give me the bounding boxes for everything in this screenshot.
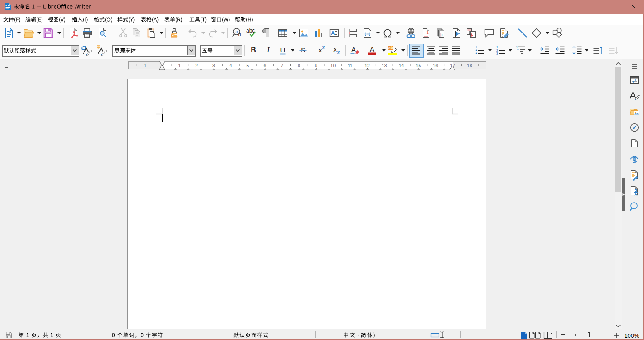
svg-text:ab: ab xyxy=(388,45,393,50)
svg-text:A: A xyxy=(351,46,356,53)
svg-text:abc: abc xyxy=(246,28,255,34)
svg-text:2: 2 xyxy=(496,49,498,52)
svg-text:I: I xyxy=(266,46,270,54)
svg-text:B: B xyxy=(251,46,256,54)
svg-text:1: 1 xyxy=(516,46,518,49)
svg-text:d: d xyxy=(238,32,241,37)
svg-text:1: 1 xyxy=(496,46,498,49)
svg-text:A: A xyxy=(370,45,374,53)
svg-text:2: 2 xyxy=(337,50,340,55)
svg-text:a: a xyxy=(235,29,238,34)
svg-text:3: 3 xyxy=(496,52,498,55)
svg-text:A: A xyxy=(331,30,335,37)
svg-text:x: x xyxy=(318,46,322,54)
svg-text:U: U xyxy=(280,46,285,54)
svg-text:[i]: [i] xyxy=(440,33,443,37)
svg-text:2: 2 xyxy=(322,45,325,50)
svg-text:x: x xyxy=(333,45,337,53)
